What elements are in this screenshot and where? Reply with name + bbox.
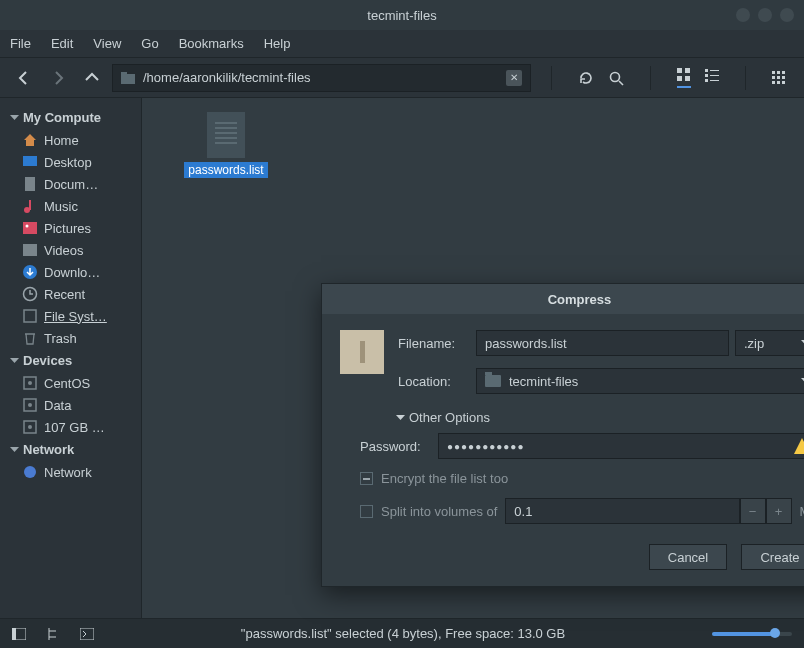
disk-icon — [22, 375, 38, 391]
split-value-input[interactable] — [505, 498, 739, 524]
tree-icon[interactable] — [46, 628, 60, 640]
password-input[interactable]: ●●●●●●●●●●● — [438, 433, 804, 459]
path-clear-icon[interactable]: ✕ — [506, 70, 522, 86]
disk-icon — [22, 397, 38, 413]
titlebar: tecmint-files — [0, 0, 804, 30]
svg-rect-26 — [29, 200, 31, 210]
sidebar-group-header[interactable]: Network — [4, 438, 137, 461]
pictures-icon — [22, 220, 38, 236]
disk-icon — [22, 419, 38, 435]
create-button[interactable]: Create — [741, 544, 804, 570]
svg-rect-22 — [782, 81, 785, 84]
spin-minus[interactable]: − — [740, 498, 766, 524]
sidebar-item[interactable]: Home — [4, 129, 137, 151]
extension-combo[interactable]: .zip — [735, 330, 804, 356]
sidebar-group-header[interactable]: My Compute — [4, 106, 137, 129]
status-text: "passwords.list" selected (4 bytes), Fre… — [241, 626, 565, 641]
sidebar-item[interactable]: Desktop — [4, 151, 137, 173]
close-button[interactable] — [780, 8, 794, 22]
menu-help[interactable]: Help — [264, 36, 291, 51]
menu-go[interactable]: Go — [141, 36, 158, 51]
list-view-button[interactable] — [705, 68, 719, 88]
reload-button[interactable] — [578, 70, 594, 86]
svg-point-36 — [28, 403, 32, 407]
sidebar-item-label: Downlo… — [44, 265, 100, 280]
menu-view[interactable]: View — [93, 36, 121, 51]
icon-view-button[interactable] — [677, 68, 691, 88]
encrypt-label: Encrypt the file list too — [381, 471, 508, 486]
network-icon — [22, 464, 38, 480]
other-options-expander[interactable]: Other Options — [396, 410, 804, 425]
svg-rect-20 — [772, 81, 775, 84]
text-file-icon — [207, 112, 245, 158]
window-title: tecmint-files — [367, 8, 436, 23]
menu-edit[interactable]: Edit — [51, 36, 73, 51]
minimize-button[interactable] — [736, 8, 750, 22]
svg-rect-16 — [782, 71, 785, 74]
file-item[interactable]: passwords.list — [180, 112, 272, 178]
file-content-pane[interactable]: passwords.list Compress Filename: .zip — [142, 98, 804, 618]
sidebar-item[interactable]: Pictures — [4, 217, 137, 239]
svg-point-39 — [24, 466, 36, 478]
sidebar-item[interactable]: Recent — [4, 283, 137, 305]
zoom-slider[interactable] — [712, 632, 792, 636]
sidebar-item[interactable]: Downlo… — [4, 261, 137, 283]
sidebar-item-label: Music — [44, 199, 78, 214]
svg-rect-29 — [23, 244, 37, 256]
path-input[interactable] — [143, 70, 498, 85]
sidebar-item[interactable]: CentOS — [4, 372, 137, 394]
terminal-icon[interactable] — [80, 628, 94, 640]
sidebar-item-label: Pictures — [44, 221, 91, 236]
sidebar: My ComputeHomeDesktopDocum…MusicPictures… — [0, 98, 142, 618]
menubar: File Edit View Go Bookmarks Help — [0, 30, 804, 58]
sidebar-item[interactable]: 107 GB … — [4, 416, 137, 438]
filesystem-icon — [22, 308, 38, 324]
location-combo[interactable]: tecmint-files — [476, 368, 804, 394]
search-button[interactable] — [608, 70, 624, 86]
sidebar-group-header[interactable]: Devices — [4, 349, 137, 372]
encrypt-checkbox[interactable] — [360, 472, 373, 485]
sidebar-item-label: Desktop — [44, 155, 92, 170]
sidebar-item[interactable]: Network — [4, 461, 137, 483]
svg-rect-18 — [777, 76, 780, 79]
recent-icon — [22, 286, 38, 302]
svg-rect-21 — [777, 81, 780, 84]
svg-point-28 — [26, 225, 29, 228]
password-label: Password: — [360, 439, 438, 454]
sidebar-item[interactable]: Docum… — [4, 173, 137, 195]
cancel-button[interactable]: Cancel — [649, 544, 727, 570]
home-icon — [22, 132, 38, 148]
location-value: tecmint-files — [509, 374, 793, 389]
sidebar-item[interactable]: File Syst… — [4, 305, 137, 327]
path-bar[interactable]: ✕ — [112, 64, 531, 92]
toolbar: ✕ — [0, 58, 804, 98]
menu-bookmarks[interactable]: Bookmarks — [179, 36, 244, 51]
svg-point-38 — [28, 425, 32, 429]
filename-input[interactable] — [476, 330, 729, 356]
up-button[interactable] — [78, 64, 106, 92]
svg-rect-5 — [685, 68, 690, 73]
videos-icon — [22, 242, 38, 258]
toolbar-right — [551, 66, 794, 90]
sidebar-item[interactable]: Data — [4, 394, 137, 416]
compress-dialog: Compress Filename: .zip — [321, 283, 804, 587]
svg-rect-24 — [25, 177, 35, 191]
maximize-button[interactable] — [758, 8, 772, 22]
forward-button[interactable] — [44, 64, 72, 92]
sidebar-item[interactable]: Music — [4, 195, 137, 217]
back-button[interactable] — [10, 64, 38, 92]
sidebar-item[interactable]: Videos — [4, 239, 137, 261]
svg-rect-27 — [23, 222, 37, 234]
archive-icon — [340, 330, 384, 374]
svg-rect-7 — [685, 76, 690, 81]
chevron-down-icon — [10, 358, 19, 364]
sidebar-item[interactable]: Trash — [4, 327, 137, 349]
svg-rect-6 — [677, 76, 682, 81]
menu-file[interactable]: File — [10, 36, 31, 51]
spin-plus[interactable]: + — [766, 498, 792, 524]
folder-icon — [121, 72, 135, 84]
compact-view-button[interactable] — [772, 71, 786, 85]
svg-rect-17 — [772, 76, 775, 79]
split-checkbox[interactable] — [360, 505, 373, 518]
sidebar-icon[interactable] — [12, 628, 26, 640]
